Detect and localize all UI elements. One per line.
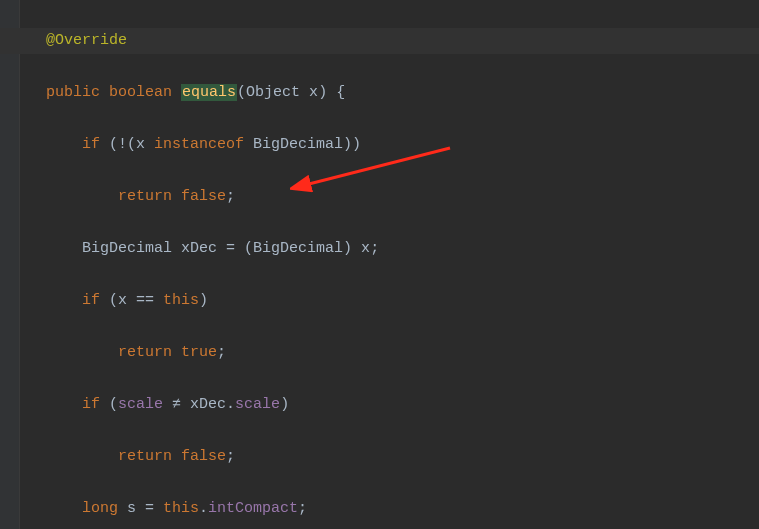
operator-neq: ≠ (163, 396, 190, 413)
code-line[interactable]: if (scale ≠ xDec.scale) (46, 392, 759, 418)
literal-true: true (181, 344, 217, 361)
paren: )) (343, 136, 361, 153)
type: BigDecimal (253, 136, 343, 153)
code-line[interactable]: @Override (46, 28, 759, 54)
semicolon: ; (370, 240, 379, 257)
keyword-return: return (118, 344, 181, 361)
paren: ) (318, 84, 327, 101)
var: x (136, 136, 154, 153)
semicolon: ; (226, 448, 235, 465)
type: BigDecimal (82, 240, 181, 257)
paren: ) (280, 396, 289, 413)
keyword-if: if (82, 136, 109, 153)
paren: ( (237, 84, 246, 101)
semicolon: ; (217, 344, 226, 361)
assign: = (145, 500, 163, 517)
brace: { (327, 84, 345, 101)
paren: ) (343, 240, 361, 257)
keyword-return: return (118, 448, 181, 465)
keyword-instanceof: instanceof (154, 136, 253, 153)
param-type: Object (246, 84, 309, 101)
editor-gutter (0, 0, 20, 529)
code-line[interactable]: long s = this.intCompact; (46, 496, 759, 522)
paren: (!( (109, 136, 136, 153)
keyword-if: if (82, 292, 109, 309)
field-scale: scale (235, 396, 280, 413)
type: BigDecimal (253, 240, 343, 257)
code-line[interactable]: if (x == this) (46, 288, 759, 314)
code-line[interactable]: public boolean equals(Object x) { (46, 80, 759, 106)
operator: == (136, 292, 163, 309)
code-editor[interactable]: @Override public boolean equals(Object x… (0, 0, 759, 529)
keyword-public: public (46, 84, 100, 101)
dot: . (226, 396, 235, 413)
keyword-long: long (82, 500, 127, 517)
field-scale: scale (118, 396, 163, 413)
literal-false: false (181, 448, 226, 465)
var: xDec (181, 240, 226, 257)
keyword-this: this (163, 292, 199, 309)
code-line[interactable]: return true; (46, 340, 759, 366)
var: s (127, 500, 145, 517)
semicolon: ; (298, 500, 307, 517)
annotation: @Override (46, 32, 127, 49)
keyword-boolean: boolean (109, 84, 172, 101)
field-intCompact: intCompact (208, 500, 298, 517)
var: x (361, 240, 370, 257)
keyword-return: return (118, 188, 181, 205)
code-line[interactable]: if (!(x instanceof BigDecimal)) (46, 132, 759, 158)
param-name: x (309, 84, 318, 101)
paren: ( (109, 292, 118, 309)
assign: = ( (226, 240, 253, 257)
dot: . (199, 500, 208, 517)
code-line[interactable]: BigDecimal xDec = (BigDecimal) x; (46, 236, 759, 262)
keyword-if: if (82, 396, 109, 413)
keyword-this: this (163, 500, 199, 517)
code-line[interactable]: return false; (46, 444, 759, 470)
method-name-equals: equals (181, 84, 237, 101)
paren: ) (199, 292, 208, 309)
paren: ( (109, 396, 118, 413)
semicolon: ; (226, 188, 235, 205)
var: x (118, 292, 136, 309)
code-line[interactable]: return false; (46, 184, 759, 210)
literal-false: false (181, 188, 226, 205)
var: xDec (190, 396, 226, 413)
